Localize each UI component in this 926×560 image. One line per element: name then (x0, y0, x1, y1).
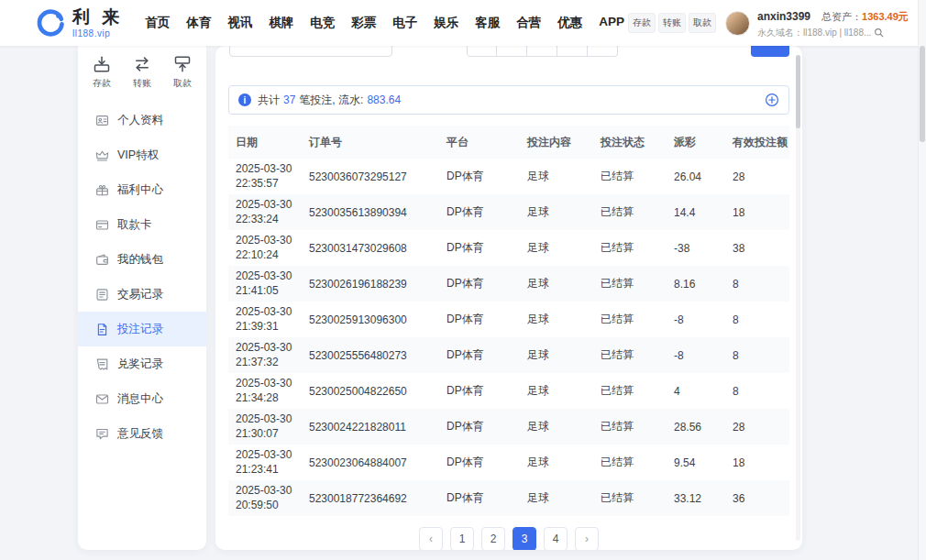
cell-payout: 28.56 (667, 409, 725, 445)
table-row[interactable]: 2025-03-3021:41:055230026196188239DP体育足球… (228, 266, 789, 302)
sidebar-item-my-wallet[interactable]: 我的钱包 (78, 242, 206, 277)
cell-status: 已结算 (593, 337, 667, 373)
filter-date-input[interactable] (229, 46, 392, 57)
cell-date: 2025-03-3021:30:07 (228, 409, 302, 445)
nav-item-partner[interactable]: 合营 (516, 15, 541, 31)
logo-domain: ll188.vip (72, 28, 123, 38)
quick-action-deposit[interactable]: 存款 (93, 55, 111, 90)
nav-item-lottery[interactable]: 彩票 (351, 15, 376, 31)
nav-item-promotions[interactable]: 优惠 (557, 15, 582, 31)
avatar[interactable] (725, 11, 750, 36)
sidebar-item-reward-records[interactable]: 兑奖记录 (78, 346, 206, 381)
prev-page-button[interactable]: ‹ (419, 527, 443, 550)
table-row[interactable]: 2025-03-3022:35:575230036073295127DP体育足球… (228, 159, 789, 194)
username[interactable]: anxin3399 (757, 10, 810, 23)
page-scrollbar-thumb[interactable] (920, 46, 925, 142)
nav-item-slots[interactable]: 电子 (392, 15, 417, 31)
cell-payout: 9.54 (667, 445, 725, 480)
filter-range-button-3[interactable] (527, 46, 557, 57)
table-row[interactable]: 2025-03-3022:33:245230035613890394DP体育足球… (228, 194, 789, 230)
cell-content: 足球 (520, 302, 593, 337)
cell-content: 足球 (520, 480, 593, 516)
cell-valid-amount: 8 (725, 266, 789, 302)
cell-order-no: 5230023064884007 (302, 445, 439, 480)
table-row[interactable]: 2025-03-3020:59:505230018772364692DP体育足球… (228, 480, 789, 516)
sidebar-item-profile[interactable]: 个人资料 (78, 103, 206, 137)
quick-action-transfer[interactable]: 转账 (133, 55, 151, 90)
page-button-3[interactable]: 3 (513, 527, 536, 550)
plus-circle-icon[interactable] (765, 93, 779, 107)
header-right: 存款转账取款 anxin3399 总资产：1363.49元 永久域名：ll188… (628, 7, 911, 39)
nav-item-sports[interactable]: 体育 (186, 15, 211, 31)
cell-content: 足球 (520, 373, 593, 409)
table-body: 2025-03-3022:35:575230036073295127DP体育足球… (228, 159, 789, 516)
nav-item-home[interactable]: 首页 (145, 15, 170, 31)
sidebar-item-vip[interactable]: VIP特权 (78, 137, 206, 172)
filter-range-button-2[interactable] (497, 46, 527, 57)
cell-date: 2025-03-3022:10:24 (228, 230, 302, 266)
page-button-2[interactable]: 2 (481, 527, 505, 550)
sidebar-item-label: 我的钱包 (117, 252, 163, 268)
sidebar-item-withdraw-card[interactable]: 取款卡 (78, 207, 206, 242)
table-row[interactable]: 2025-03-3021:34:285230025004822650DP体育足球… (228, 373, 789, 409)
bet-summary-bar: i 共计37笔投注, 流水:883.64 (228, 85, 789, 115)
table-row[interactable]: 2025-03-3021:39:315230025913096300DP体育足球… (228, 302, 789, 337)
sidebar-item-label: 福利中心 (117, 182, 163, 198)
table-row[interactable]: 2025-03-3022:10:245230031473029608DP体育足球… (228, 230, 789, 266)
cell-order-no: 5230025556480273 (302, 337, 439, 373)
content-scrollbar[interactable] (796, 55, 800, 541)
filter-range-button-1[interactable] (467, 46, 497, 57)
cell-order-no: 5230036073295127 (302, 159, 439, 194)
nav-item-live-casino[interactable]: 视讯 (227, 15, 252, 31)
quick-action-label: 取款 (173, 77, 192, 90)
cell-date: 2025-03-3022:33:24 (228, 194, 302, 230)
filter-range-button-5[interactable] (588, 46, 618, 57)
wallet-icon (95, 253, 109, 267)
logo[interactable]: 利 来 ll188.vip (35, 7, 123, 38)
message-icon (95, 392, 109, 406)
filter-range-buttons (467, 46, 618, 57)
header-deposit-button[interactable]: 存款 (628, 13, 656, 33)
nav-item-entertainment[interactable]: 娱乐 (434, 15, 458, 31)
cell-platform: DP体育 (439, 337, 520, 373)
page-scrollbar[interactable] (918, 0, 926, 560)
cell-valid-amount: 38 (725, 230, 789, 266)
sidebar-item-feedback[interactable]: 意见反馈 (78, 416, 206, 451)
table-row[interactable]: 2025-03-3021:23:415230023064884007DP体育足球… (228, 445, 789, 480)
content-scrollbar-thumb[interactable] (796, 55, 800, 128)
sidebar-item-label: 投注记录 (117, 322, 163, 337)
table-row[interactable]: 2025-03-3021:30:075230024221828011DP体育足球… (228, 409, 789, 445)
gift-icon (95, 183, 109, 197)
summary-middle: 笔投注, 流水: (299, 93, 363, 106)
column-header-1: 订单号 (302, 126, 439, 159)
search-icon[interactable] (874, 27, 884, 38)
filter-search-button[interactable] (751, 46, 789, 57)
header-transfer-button[interactable]: 转账 (658, 13, 686, 33)
cell-content: 足球 (520, 337, 593, 373)
nav-item-chess[interactable]: 棋牌 (269, 15, 293, 31)
cell-status: 已结算 (593, 409, 667, 445)
next-page-button[interactable]: › (575, 527, 599, 550)
quick-action-withdraw[interactable]: 取款 (173, 55, 192, 90)
table-row[interactable]: 2025-03-3021:37:325230025556480273DP体育足球… (228, 337, 789, 373)
nav-item-app[interactable]: APP (599, 15, 624, 31)
info-icon: i (238, 93, 251, 106)
sidebar-item-welfare[interactable]: 福利中心 (78, 172, 206, 207)
logo-title: 利 来 (72, 8, 123, 26)
nav-item-esports[interactable]: 电竞 (310, 15, 335, 31)
sidebar-quick-actions: 存款转账取款 (78, 46, 206, 93)
cell-valid-amount: 8 (725, 373, 789, 409)
user-line-1: anxin3399 总资产：1363.49元 (757, 7, 911, 24)
sidebar-item-message-center[interactable]: 消息中心 (78, 381, 206, 416)
sidebar-item-label: 消息中心 (117, 391, 163, 407)
sidebar-item-bet-records[interactable]: 投注记录 (78, 312, 206, 346)
page-button-1[interactable]: 1 (450, 527, 474, 550)
top-header: 利 来 ll188.vip 首页体育视讯棋牌电竞彩票电子娱乐客服合营优惠APP … (0, 0, 926, 46)
page-button-4[interactable]: 4 (544, 527, 568, 550)
profile-card-icon (95, 114, 109, 127)
sidebar-item-transaction-records[interactable]: 交易记录 (78, 277, 206, 312)
nav-item-support[interactable]: 客服 (475, 15, 500, 31)
filter-range-button-4[interactable] (557, 46, 588, 57)
column-header-5: 派彩 (667, 126, 725, 159)
header-withdraw-button[interactable]: 取款 (689, 13, 716, 33)
